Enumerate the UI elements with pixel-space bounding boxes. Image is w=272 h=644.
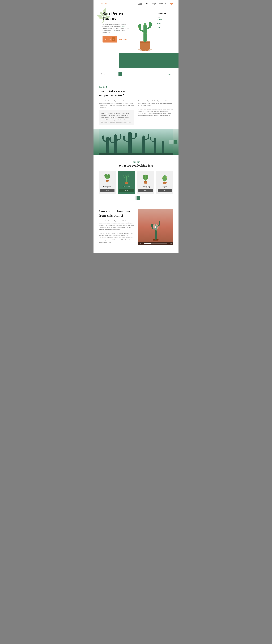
payote-name: Payote <box>162 186 167 188</box>
hero-link[interactable]: consequet <box>120 26 125 27</box>
logo-accent: -us <box>104 2 107 5</box>
san-pedro-buy-btn[interactable]: Buy <box>120 189 134 192</box>
barbary-fig-image <box>142 173 150 184</box>
svg-rect-21 <box>128 132 132 154</box>
hero-actions: PAY FOR › USD 16.00 <box>99 36 134 42</box>
business-video: ▶ 15:21 41:47 <box>138 209 173 245</box>
nav-tips[interactable]: Tips <box>146 3 148 5</box>
tips-right-col: Ricus at natoque aliquam nibh diam aliqu… <box>138 100 173 125</box>
prickly-pear-image <box>104 173 111 184</box>
tips-tag: Cact-Us Tips <box>99 86 173 88</box>
tips-para1: At viverra enim vulputate sit aliquet co… <box>99 100 134 108</box>
prev-button[interactable]: ‹ <box>114 72 118 76</box>
product-title: What are you looking for? <box>99 164 173 167</box>
svg-point-44 <box>143 175 145 179</box>
tips-left-col: At viverra enim vulputate sit aliquet co… <box>99 100 134 125</box>
play-icon: ▶ <box>155 226 157 228</box>
svg-point-17 <box>144 23 146 25</box>
svg-rect-20 <box>114 134 117 154</box>
logo-text: Cact <box>99 2 104 5</box>
product-grid: Prickly Pear Buy <box>99 171 173 194</box>
barbary-fig-name: Barbary Fig <box>142 186 150 188</box>
cactus-banner: ‹ › <box>94 129 178 155</box>
svg-rect-24 <box>162 141 164 154</box>
svg-point-27 <box>104 174 107 178</box>
video-progress-bar[interactable] <box>144 243 167 244</box>
svg-point-28 <box>108 174 110 178</box>
san-pedro-svg <box>122 173 130 184</box>
video-progress-fill <box>144 243 151 244</box>
product-card-payote: Payote Buy <box>156 171 174 194</box>
tips-para3: At viverra enim vulputate sit aliquet co… <box>138 108 173 119</box>
pay-arrow: › <box>112 37 115 41</box>
spec-title: Spesification <box>156 12 173 14</box>
business-section: Can you do business from this plant? At … <box>94 204 178 245</box>
svg-point-45 <box>146 175 148 180</box>
navigation: Home Tips Blogs About Us Login <box>138 3 173 5</box>
svg-rect-25 <box>99 153 173 155</box>
cactus-svg <box>134 16 156 52</box>
spec-weight-label: Weight <box>156 17 173 18</box>
prickly-pear-svg <box>104 173 111 184</box>
hero-text: San Pedro Cactus Est pellentesque commod… <box>99 11 134 53</box>
hero-price: USD 16.00 <box>119 38 127 40</box>
header: Cact-us Home Tips Blogs About Us Login <box>94 0 178 7</box>
product-card-prickly-pear: Prickly Pear Buy <box>99 171 116 194</box>
video-total-duration: 41:47 <box>168 243 172 244</box>
banner-svg <box>99 129 173 155</box>
video-current-time: 15:21 <box>140 243 143 244</box>
hero-section: 🌿 San Pedro Cactus Est pellentesque comm… <box>94 7 178 68</box>
cactus-image <box>134 16 156 53</box>
next-button[interactable]: › <box>118 72 122 76</box>
total-pages: 06 <box>104 74 105 76</box>
prickly-pear-buy-btn[interactable]: Buy <box>100 189 114 192</box>
tips-box-text: Aliquam dui vestibulum, donec nibh males… <box>101 112 132 123</box>
barbary-fig-buy-btn[interactable]: Buy <box>138 189 153 192</box>
business-para1: At viverra enim vulputate sit aliquet co… <box>99 220 134 231</box>
product-card-san-pedro: San Pedro Buy <box>118 171 135 194</box>
banner-prev-btn[interactable]: ‹ <box>169 140 173 144</box>
barbary-fig-svg <box>142 173 150 184</box>
business-title: Can you do business from this plant? <box>99 209 134 218</box>
tips-box: Aliquam dui vestibulum, donec nibh males… <box>99 110 134 125</box>
hero-green-band <box>119 53 178 68</box>
product-section: PRODUCT What are you looking for? <box>94 155 178 204</box>
hero-title: San Pedro Cactus <box>99 11 134 22</box>
nav-about[interactable]: About Us <box>159 3 166 5</box>
footer-spacer <box>94 245 178 253</box>
video-player[interactable]: ▶ 15:21 41:47 <box>138 209 173 245</box>
tips-para2: Ricus at natoque aliquam nibh diam aliqu… <box>138 100 173 106</box>
nav-login[interactable]: Login <box>169 3 173 5</box>
svg-rect-19 <box>106 137 109 154</box>
rotate-control[interactable]: ▲ ◄ 360 ► ▼ <box>167 72 173 76</box>
pay-label: PAY FOR <box>104 38 111 40</box>
payote-buy-btn[interactable]: Buy <box>158 189 172 192</box>
current-page: 02 <box>99 72 102 76</box>
payote-svg <box>161 173 168 184</box>
product-next-btn[interactable]: › <box>136 196 140 200</box>
banner-next-btn[interactable]: › <box>174 140 177 144</box>
banner-navigation: ‹ › <box>169 140 177 144</box>
payote-image <box>161 173 168 184</box>
product-card-barbary-fig: Barbary Fig Buy <box>137 171 154 194</box>
business-text: Can you do business from this plant? At … <box>99 209 134 244</box>
prickly-pear-name: Prickly Pear <box>103 186 112 188</box>
hero-spec: Spesification Weight 12 Gram Length 16 c… <box>156 11 173 53</box>
product-tag: PRODUCT <box>99 161 173 163</box>
product-pagination: ‹ › <box>99 196 173 200</box>
play-button[interactable]: ▶ <box>153 224 158 230</box>
nav-home[interactable]: Home <box>138 3 142 5</box>
business-para2: Aliquam dui vestibulum, donec nibh males… <box>99 232 134 243</box>
nav-buttons: ‹ › <box>114 72 122 76</box>
spec-diameter-value: 6 cm <box>156 27 173 28</box>
page-counter: 02 / 06 <box>99 72 105 76</box>
nav-blogs[interactable]: Blogs <box>152 3 156 5</box>
pagination-strip: 02 / 06 ‹ › ▲ ◄ 360 ► ▼ <box>94 68 178 80</box>
product-prev-btn[interactable]: ‹ <box>132 196 136 200</box>
san-pedro-image <box>122 173 130 184</box>
tips-body: At viverra enim vulputate sit aliquet co… <box>99 100 173 125</box>
pay-button[interactable]: PAY FOR › <box>102 36 117 42</box>
video-overlay: ▶ <box>138 209 173 245</box>
svg-rect-23 <box>154 138 156 154</box>
page-separator: / <box>103 74 103 76</box>
